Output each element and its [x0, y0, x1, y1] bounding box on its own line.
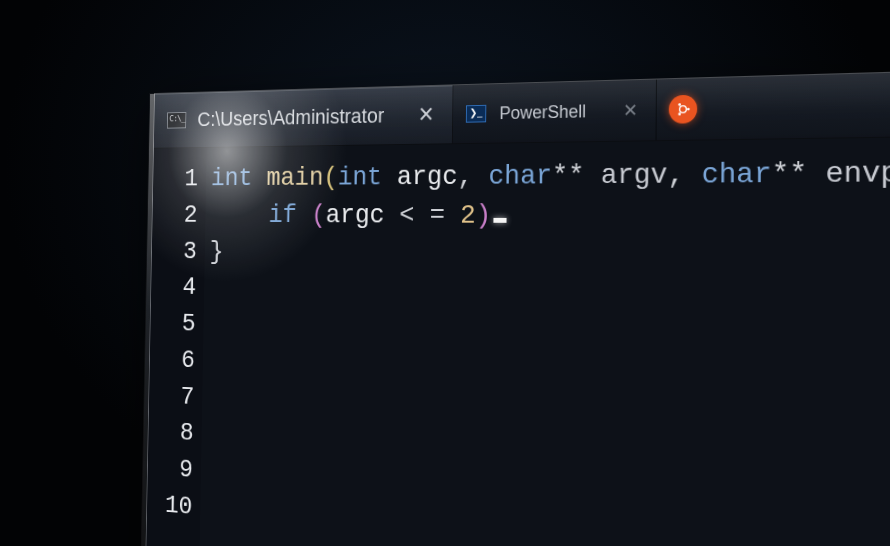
tab-powershell-label: PowerShell [499, 101, 586, 124]
code-line: if (argc < = 2) [210, 195, 890, 239]
line-number: 1 [153, 161, 198, 197]
ubuntu-icon[interactable] [669, 95, 698, 124]
token-id2: argv [601, 159, 668, 191]
line-number: 6 [150, 341, 196, 379]
svg-point-0 [680, 106, 687, 113]
cmd-icon [167, 112, 186, 129]
line-number: 5 [150, 305, 196, 343]
token-paren2: ( [311, 200, 326, 229]
token-punct: } [209, 237, 223, 266]
line-number: 10 [147, 485, 193, 525]
tab-cmd[interactable]: C:\Users\Administrator ✕ [154, 85, 454, 147]
terminal-window: C:\Users\Administrator ✕ PowerShell ✕ 12… [144, 66, 890, 546]
svg-point-2 [679, 103, 682, 106]
line-number: 3 [152, 233, 197, 270]
token-id: argc [397, 162, 458, 192]
token-num2: 2 [460, 200, 476, 230]
code-editor[interactable]: 12345678910 int main(int argc, char** ar… [145, 135, 890, 546]
token-op: < = [399, 200, 460, 230]
close-icon[interactable]: ✕ [623, 101, 638, 119]
token-punct: , [457, 161, 488, 191]
line-number: 2 [152, 197, 197, 233]
token-paren: ( [323, 163, 338, 192]
token-kw: int [211, 164, 267, 193]
token-funcname: main [266, 163, 323, 192]
token-id2: envp [825, 157, 890, 190]
tab-powershell[interactable]: PowerShell ✕ [453, 80, 657, 144]
text-cursor [493, 218, 506, 223]
close-icon[interactable]: ✕ [418, 104, 434, 125]
code-line: int main(int argc, char** argv, char** e… [211, 150, 890, 196]
token-op: ** [552, 160, 601, 191]
line-number: 7 [149, 377, 195, 415]
powershell-icon [466, 105, 486, 123]
token-kw: if [268, 200, 311, 229]
line-number: 8 [148, 413, 194, 452]
line-number: 4 [151, 269, 197, 306]
tab-cmd-label: C:\Users\Administrator [197, 103, 384, 131]
token-id: argc [326, 200, 400, 230]
line-number: 9 [148, 449, 194, 488]
title-bar: C:\Users\Administrator ✕ PowerShell ✕ [154, 67, 890, 148]
token-paren2: ) [476, 200, 492, 230]
token-kw: int [338, 162, 397, 192]
code-area[interactable]: int main(int argc, char** argv, char** e… [198, 135, 890, 546]
svg-point-1 [687, 108, 690, 111]
token-kw: char [702, 158, 772, 191]
token-op: ** [771, 158, 825, 191]
token-kw: char [488, 161, 552, 192]
token-punct: , [667, 159, 701, 191]
svg-point-3 [679, 113, 682, 116]
line-number-gutter: 12345678910 [145, 148, 207, 546]
